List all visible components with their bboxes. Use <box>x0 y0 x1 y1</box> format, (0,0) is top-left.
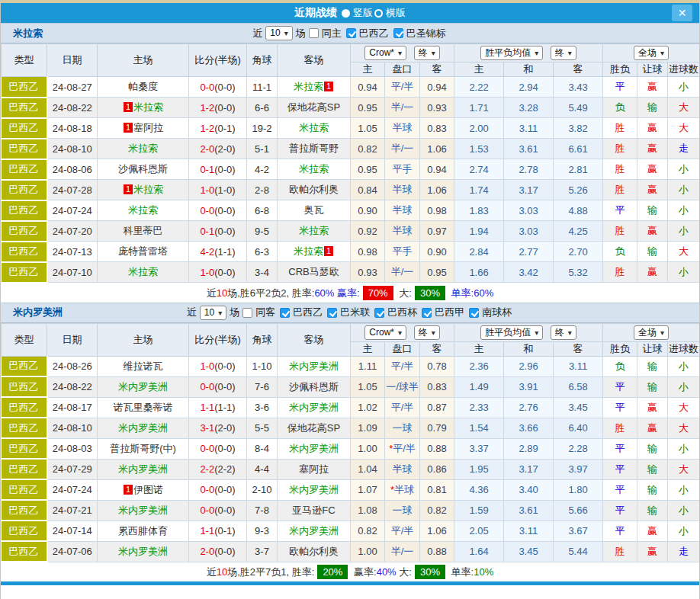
match-row: 巴西乙24-07-06米内罗美洲2-0(0-0)3-7欧帕尔利奥1.00半/一0… <box>2 541 700 562</box>
home-team-cell[interactable]: 米拉索 <box>98 262 189 283</box>
away-team-cell[interactable]: 米拉索1 <box>278 77 351 98</box>
away-team-cell[interactable]: 米拉索 <box>278 159 351 180</box>
match-row: 巴西乙24-08-22米内罗美洲0-0(0-0)7-6沙佩科恩斯1.05一/球半… <box>2 376 700 397</box>
result-cell: 胜 <box>603 221 637 242</box>
handicap-text: 平/半 <box>391 81 414 92</box>
bookmaker-select[interactable]: Crow*▾ <box>364 46 406 60</box>
home-team-cell[interactable]: 1米拉索 <box>98 98 189 118</box>
score-cell: 0-1(0-0) <box>189 159 247 180</box>
col-mean-home: 主 <box>454 341 504 356</box>
away-team-cell[interactable]: 米内罗美洲 <box>278 397 351 418</box>
match-count-select[interactable]: 10▾ <box>200 306 226 320</box>
home-team-cell[interactable]: 帕桑度 <box>98 77 189 98</box>
team-title[interactable]: 米内罗美洲 <box>13 306 63 319</box>
home-team-cell[interactable]: 维拉诺瓦 <box>98 356 189 376</box>
score-cell: 1-1(1-1) <box>189 397 247 418</box>
section-header-america-mineiro: 米内罗美洲 近 10▾ 场 同客 巴西乙巴米联巴西杯巴西甲南球杯 <box>1 303 699 323</box>
away-team-cell[interactable]: 亚马逊FC <box>278 500 351 521</box>
away-team-cell[interactable]: 保地花高SP <box>278 418 351 438</box>
scope-select[interactable]: 全场▾ <box>634 46 669 60</box>
result-cell: 平 <box>603 397 637 418</box>
league-checkbox[interactable] <box>346 28 356 38</box>
same-venue-checkbox[interactable] <box>242 308 252 318</box>
home-team-cell[interactable]: 庞特普雷塔 <box>98 242 189 262</box>
col-mean-away: 客 <box>554 62 603 77</box>
final-mean-select[interactable]: 终▾ <box>551 46 576 60</box>
away-team-cell[interactable]: 欧帕尔利奥 <box>278 180 351 200</box>
home-team-cell[interactable]: 米拉索 <box>98 200 189 221</box>
team-title[interactable]: 米拉索 <box>13 27 43 40</box>
horizontal-layout-radio[interactable] <box>374 9 383 18</box>
fulltime-score: 1-0 <box>200 360 214 372</box>
league-checkbox[interactable] <box>280 308 290 318</box>
league-checkbox[interactable] <box>327 308 337 318</box>
scope-select[interactable]: 全场▾ <box>634 325 669 340</box>
away-team-cell[interactable]: 欧帕尔利奥 <box>278 541 351 562</box>
corner-cell: 4-2 <box>247 159 278 180</box>
home-team-cell[interactable]: 1伊图诺 <box>98 479 189 500</box>
handicap-result-cell: 输 <box>637 459 668 479</box>
away-team-cell[interactable]: CRB马瑟欧 <box>278 262 351 283</box>
summary-segment: 30% <box>415 286 445 300</box>
summary-segment: 60% <box>314 287 334 299</box>
date-cell: 24-08-17 <box>47 397 98 418</box>
away-team-cell[interactable]: 米拉索 <box>278 118 351 139</box>
away-team-cell[interactable]: 奥瓦 <box>278 200 351 221</box>
home-team-cell[interactable]: 米内罗美洲 <box>98 459 189 479</box>
away-team-cell[interactable]: 米内罗美洲 <box>278 438 351 459</box>
away-team-cell[interactable]: 塞阿拉 <box>278 459 351 479</box>
away-team-cell[interactable]: 保地花高SP <box>278 98 351 118</box>
halftime-score: (2-0) <box>214 143 235 155</box>
home-team-cell[interactable]: 科里蒂巴 <box>98 221 189 242</box>
league-checkbox[interactable] <box>469 308 479 318</box>
close-icon[interactable]: ✕ <box>672 5 692 21</box>
home-team-cell[interactable]: 米内罗美洲 <box>98 418 189 438</box>
mean-odds-select[interactable]: 胜平负均值▾ <box>480 325 543 340</box>
handicap-cell: 半球 <box>385 459 420 479</box>
away-team-cell[interactable]: 普拉斯哥野 <box>278 139 351 159</box>
home-team-cell[interactable]: 诺瓦里桑蒂诺 <box>98 397 189 418</box>
home-team-cell[interactable]: 米内罗美洲 <box>98 376 189 397</box>
team-name: 沙佩科恩斯 <box>289 381 339 392</box>
home-team-cell[interactable]: 普拉斯哥野(中) <box>98 438 189 459</box>
date-cell: 24-08-10 <box>47 418 98 438</box>
goals-result-cell: 大 <box>668 118 700 139</box>
odds-away-cell: 0.88 <box>420 438 454 459</box>
handicap-cell: 半/一 <box>385 541 420 562</box>
away-team-cell[interactable]: 沙佩科恩斯 <box>278 376 351 397</box>
league-checkbox[interactable] <box>422 308 432 318</box>
home-team-cell[interactable]: 累西腓体育 <box>98 521 189 541</box>
team-name: 诺瓦里桑蒂诺 <box>114 402 173 413</box>
fulltime-score: 0-0 <box>200 484 214 495</box>
away-team-cell[interactable]: 米拉索 <box>278 221 351 242</box>
mean-away-cell: 2.81 <box>554 159 603 180</box>
away-team-cell[interactable]: 米拉索1 <box>278 242 351 262</box>
league-checkbox[interactable] <box>393 28 403 38</box>
home-team-cell[interactable]: 米内罗美洲 <box>98 500 189 521</box>
away-team-cell[interactable]: 米内罗美洲 <box>278 479 351 500</box>
fulltime-score: 1-0 <box>200 267 214 278</box>
away-team-cell[interactable]: 米内罗美洲 <box>278 356 351 376</box>
vertical-layout-radio[interactable] <box>342 9 350 18</box>
team-name: 米拉索 <box>128 204 158 216</box>
match-count-select[interactable]: 10▾ <box>265 26 292 40</box>
result-cell: 胜 <box>603 159 637 180</box>
final-mean-select[interactable]: 终▾ <box>551 325 576 340</box>
away-team-cell[interactable]: 米内罗美洲 <box>278 521 351 541</box>
mean-odds-select[interactable]: 胜平负均值▾ <box>480 46 543 60</box>
team-name: 米内罗美洲 <box>289 525 339 537</box>
home-team-cell[interactable]: 沙佩科恩斯 <box>98 159 189 180</box>
handicap-text: 半球 <box>393 463 413 475</box>
league-checkbox[interactable] <box>374 308 384 318</box>
window-title: 近期战绩 <box>294 6 337 20</box>
same-venue-checkbox[interactable] <box>309 28 319 38</box>
home-team-cell[interactable]: 米拉索 <box>98 139 189 159</box>
final-odds-select[interactable]: 终▾ <box>414 325 440 340</box>
home-team-cell[interactable]: 1米拉索 <box>98 180 189 200</box>
bookmaker-select[interactable]: Crow*▾ <box>364 325 406 340</box>
home-team-cell[interactable]: 1塞阿拉 <box>98 118 189 139</box>
odds-home-cell: 0.98 <box>351 242 385 262</box>
mean-away-cell: 5.44 <box>554 541 603 562</box>
home-team-cell[interactable]: 米内罗美洲 <box>98 541 189 562</box>
final-odds-select[interactable]: 终▾ <box>414 46 440 60</box>
